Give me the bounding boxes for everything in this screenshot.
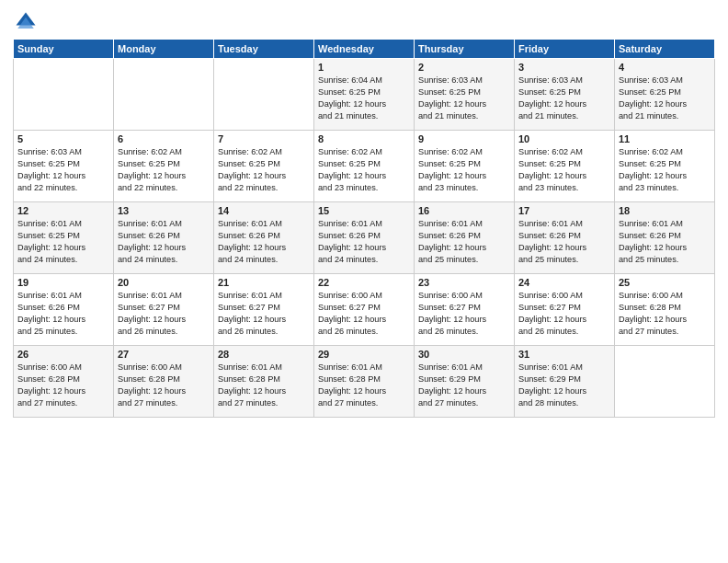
calendar-table: SundayMondayTuesdayWednesdayThursdayFrid… [13, 39, 715, 418]
day-info: Sunrise: 6:01 AM Sunset: 6:29 PM Dayligh… [418, 362, 510, 409]
calendar-week-row: 5Sunrise: 6:03 AM Sunset: 6:25 PM Daylig… [14, 131, 715, 202]
day-number: 5 [17, 133, 109, 144]
day-info: Sunrise: 6:01 AM Sunset: 6:27 PM Dayligh… [218, 290, 310, 338]
calendar-cell: 16Sunrise: 6:01 AM Sunset: 6:26 PM Dayli… [415, 202, 515, 274]
header-day-saturday: Saturday [615, 40, 715, 59]
calendar-week-row: 19Sunrise: 6:01 AM Sunset: 6:26 PM Dayli… [14, 274, 715, 346]
day-info: Sunrise: 6:02 AM Sunset: 6:25 PM Dayligh… [518, 146, 610, 194]
calendar-cell: 12Sunrise: 6:01 AM Sunset: 6:25 PM Dayli… [14, 202, 114, 274]
calendar-cell: 25Sunrise: 6:00 AM Sunset: 6:28 PM Dayli… [615, 274, 715, 346]
calendar-cell: 26Sunrise: 6:00 AM Sunset: 6:28 PM Dayli… [14, 346, 114, 418]
day-info: Sunrise: 6:01 AM Sunset: 6:26 PM Dayligh… [318, 218, 410, 266]
header-day-thursday: Thursday [415, 40, 515, 59]
logo-icon [13, 9, 39, 35]
day-info: Sunrise: 6:02 AM Sunset: 6:25 PM Dayligh… [118, 146, 210, 194]
header-day-wednesday: Wednesday [314, 40, 415, 59]
day-info: Sunrise: 6:00 AM Sunset: 6:27 PM Dayligh… [418, 290, 510, 338]
header [13, 9, 715, 35]
calendar-cell [615, 346, 715, 418]
day-info: Sunrise: 6:02 AM Sunset: 6:25 PM Dayligh… [318, 146, 410, 194]
day-info: Sunrise: 6:02 AM Sunset: 6:25 PM Dayligh… [418, 146, 510, 194]
main-container: SundayMondayTuesdayWednesdayThursdayFrid… [0, 0, 728, 427]
calendar-cell: 3Sunrise: 6:03 AM Sunset: 6:25 PM Daylig… [515, 59, 615, 131]
calendar-cell: 7Sunrise: 6:02 AM Sunset: 6:25 PM Daylig… [214, 131, 314, 202]
day-info: Sunrise: 6:01 AM Sunset: 6:26 PM Dayligh… [619, 218, 711, 266]
calendar-cell: 24Sunrise: 6:00 AM Sunset: 6:27 PM Dayli… [515, 274, 615, 346]
header-day-monday: Monday [114, 40, 214, 59]
calendar-week-row: 1Sunrise: 6:04 AM Sunset: 6:25 PM Daylig… [14, 59, 715, 131]
calendar-cell: 6Sunrise: 6:02 AM Sunset: 6:25 PM Daylig… [114, 131, 214, 202]
calendar-cell: 19Sunrise: 6:01 AM Sunset: 6:26 PM Dayli… [14, 274, 114, 346]
day-number: 9 [418, 133, 510, 144]
day-info: Sunrise: 6:01 AM Sunset: 6:29 PM Dayligh… [518, 362, 610, 409]
calendar-cell: 17Sunrise: 6:01 AM Sunset: 6:26 PM Dayli… [515, 202, 615, 274]
day-info: Sunrise: 6:01 AM Sunset: 6:26 PM Dayligh… [218, 218, 310, 266]
calendar-cell [214, 59, 314, 131]
day-number: 2 [418, 62, 510, 73]
day-info: Sunrise: 6:03 AM Sunset: 6:25 PM Dayligh… [418, 75, 510, 122]
day-info: Sunrise: 6:00 AM Sunset: 6:28 PM Dayligh… [118, 362, 210, 409]
day-info: Sunrise: 6:01 AM Sunset: 6:26 PM Dayligh… [518, 218, 610, 266]
calendar-week-row: 12Sunrise: 6:01 AM Sunset: 6:25 PM Dayli… [14, 202, 715, 274]
day-number: 13 [118, 205, 210, 216]
day-info: Sunrise: 6:00 AM Sunset: 6:27 PM Dayligh… [518, 290, 610, 338]
calendar-cell: 29Sunrise: 6:01 AM Sunset: 6:28 PM Dayli… [314, 346, 415, 418]
calendar-week-row: 26Sunrise: 6:00 AM Sunset: 6:28 PM Dayli… [14, 346, 715, 418]
calendar-cell: 30Sunrise: 6:01 AM Sunset: 6:29 PM Dayli… [415, 346, 515, 418]
calendar-cell: 15Sunrise: 6:01 AM Sunset: 6:26 PM Dayli… [314, 202, 415, 274]
logo [13, 9, 42, 35]
day-number: 12 [17, 205, 109, 216]
calendar-cell: 23Sunrise: 6:00 AM Sunset: 6:27 PM Dayli… [415, 274, 515, 346]
header-day-tuesday: Tuesday [214, 40, 314, 59]
calendar-cell: 2Sunrise: 6:03 AM Sunset: 6:25 PM Daylig… [415, 59, 515, 131]
calendar-cell: 22Sunrise: 6:00 AM Sunset: 6:27 PM Dayli… [314, 274, 415, 346]
day-number: 21 [218, 277, 310, 288]
day-info: Sunrise: 6:01 AM Sunset: 6:28 PM Dayligh… [318, 362, 410, 409]
day-info: Sunrise: 6:00 AM Sunset: 6:28 PM Dayligh… [17, 362, 109, 409]
calendar-cell: 20Sunrise: 6:01 AM Sunset: 6:27 PM Dayli… [114, 274, 214, 346]
day-number: 1 [318, 62, 410, 73]
calendar-cell: 10Sunrise: 6:02 AM Sunset: 6:25 PM Dayli… [515, 131, 615, 202]
day-number: 20 [118, 277, 210, 288]
day-number: 4 [619, 62, 711, 73]
calendar-cell: 4Sunrise: 6:03 AM Sunset: 6:25 PM Daylig… [615, 59, 715, 131]
day-info: Sunrise: 6:00 AM Sunset: 6:27 PM Dayligh… [318, 290, 410, 338]
calendar-cell: 28Sunrise: 6:01 AM Sunset: 6:28 PM Dayli… [214, 346, 314, 418]
day-number: 15 [318, 205, 410, 216]
day-number: 22 [318, 277, 410, 288]
header-day-sunday: Sunday [14, 40, 114, 59]
day-number: 3 [518, 62, 610, 73]
calendar-cell: 8Sunrise: 6:02 AM Sunset: 6:25 PM Daylig… [314, 131, 415, 202]
day-number: 29 [318, 349, 410, 360]
day-number: 28 [218, 349, 310, 360]
day-number: 31 [518, 349, 610, 360]
day-info: Sunrise: 6:00 AM Sunset: 6:28 PM Dayligh… [619, 290, 711, 338]
calendar-cell [14, 59, 114, 131]
day-number: 18 [619, 205, 711, 216]
day-number: 10 [518, 133, 610, 144]
day-number: 16 [418, 205, 510, 216]
day-number: 19 [17, 277, 109, 288]
day-number: 30 [418, 349, 510, 360]
day-number: 11 [619, 133, 711, 144]
calendar-cell: 11Sunrise: 6:02 AM Sunset: 6:25 PM Dayli… [615, 131, 715, 202]
day-info: Sunrise: 6:02 AM Sunset: 6:25 PM Dayligh… [619, 146, 711, 194]
day-number: 17 [518, 205, 610, 216]
calendar-cell: 18Sunrise: 6:01 AM Sunset: 6:26 PM Dayli… [615, 202, 715, 274]
day-number: 6 [118, 133, 210, 144]
calendar-cell: 5Sunrise: 6:03 AM Sunset: 6:25 PM Daylig… [14, 131, 114, 202]
header-day-friday: Friday [515, 40, 615, 59]
day-number: 7 [218, 133, 310, 144]
day-number: 8 [318, 133, 410, 144]
day-info: Sunrise: 6:01 AM Sunset: 6:25 PM Dayligh… [17, 218, 109, 266]
day-info: Sunrise: 6:01 AM Sunset: 6:26 PM Dayligh… [17, 290, 109, 338]
day-info: Sunrise: 6:03 AM Sunset: 6:25 PM Dayligh… [17, 146, 109, 194]
day-info: Sunrise: 6:04 AM Sunset: 6:25 PM Dayligh… [318, 75, 410, 122]
day-info: Sunrise: 6:02 AM Sunset: 6:25 PM Dayligh… [218, 146, 310, 194]
calendar-cell: 13Sunrise: 6:01 AM Sunset: 6:26 PM Dayli… [114, 202, 214, 274]
day-info: Sunrise: 6:01 AM Sunset: 6:28 PM Dayligh… [218, 362, 310, 409]
day-info: Sunrise: 6:03 AM Sunset: 6:25 PM Dayligh… [619, 75, 711, 122]
day-number: 27 [118, 349, 210, 360]
day-number: 26 [17, 349, 109, 360]
day-info: Sunrise: 6:01 AM Sunset: 6:26 PM Dayligh… [118, 218, 210, 266]
